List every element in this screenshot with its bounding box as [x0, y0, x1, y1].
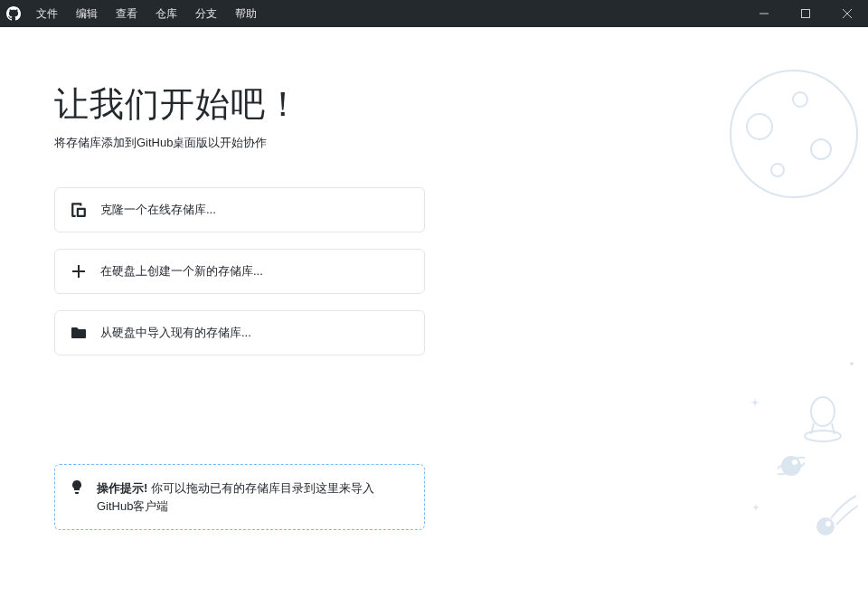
svg-point-9 [811, 397, 835, 426]
svg-point-15 [792, 460, 797, 465]
plus-icon [70, 262, 88, 280]
clone-repo-label: 克隆一个在线存储库... [100, 202, 216, 218]
lightbulb-icon [70, 479, 88, 501]
svg-point-5 [747, 114, 772, 139]
tip-label: 操作提示! [97, 481, 147, 495]
welcome-screen: 让我们开始吧！ 将存储库添加到GitHub桌面版以开始协作 克隆一个在线存储库.… [0, 27, 868, 597]
svg-point-13 [781, 456, 801, 476]
menu-edit[interactable]: 编辑 [67, 0, 107, 27]
menu-help[interactable]: 帮助 [226, 0, 266, 27]
menu-view[interactable]: 查看 [107, 0, 146, 27]
clone-repo-button[interactable]: 克隆一个在线存储库... [54, 187, 425, 232]
svg-line-12 [832, 423, 835, 434]
planet-decoration-icon [778, 452, 805, 479]
menu-repository[interactable]: 仓库 [146, 0, 186, 27]
svg-rect-1 [802, 10, 810, 18]
rocket-decoration-icon [800, 393, 845, 443]
create-repo-button[interactable]: 在硬盘上创建一个新的存储库... [54, 249, 425, 294]
svg-point-16 [816, 517, 835, 535]
star-decoration-icon [752, 504, 760, 511]
svg-line-11 [811, 423, 814, 434]
svg-point-6 [793, 92, 807, 107]
svg-point-17 [826, 521, 831, 526]
menu-branch[interactable]: 分支 [186, 0, 226, 27]
tip-text: 操作提示! 你可以拖动已有的存储库目录到这里来导入GitHub客户端 [97, 479, 410, 515]
folder-icon [70, 324, 88, 342]
title-bar: 文件 编辑 查看 仓库 分支 帮助 [0, 0, 868, 27]
star-decoration-icon [849, 361, 854, 366]
minimize-button[interactable] [743, 0, 785, 27]
repo-options: 克隆一个在线存储库... 在硬盘上创建一个新的存储库... 从硬盘中导入现有的存… [54, 187, 425, 355]
create-repo-label: 在硬盘上创建一个新的存储库... [100, 263, 263, 280]
drag-drop-tip: 操作提示! 你可以拖动已有的存储库目录到这里来导入GitHub客户端 [54, 464, 425, 530]
star-decoration-icon [750, 398, 760, 407]
app-logo-icon [0, 6, 27, 21]
close-button[interactable] [826, 0, 868, 27]
svg-point-7 [811, 139, 831, 159]
app-menu: 文件 编辑 查看 仓库 分支 帮助 [27, 0, 266, 27]
add-repo-button[interactable]: 从硬盘中导入现有的存储库... [54, 310, 425, 355]
maximize-button[interactable] [785, 0, 826, 27]
add-repo-label: 从硬盘中导入现有的存储库... [100, 325, 251, 341]
svg-point-10 [805, 431, 841, 441]
clone-icon [70, 201, 88, 219]
comet-decoration-icon [809, 493, 859, 543]
moon-decoration-icon [714, 63, 859, 208]
window-controls [743, 0, 868, 27]
menu-file[interactable]: 文件 [27, 0, 67, 27]
svg-point-8 [771, 164, 784, 176]
svg-point-18 [850, 362, 854, 365]
